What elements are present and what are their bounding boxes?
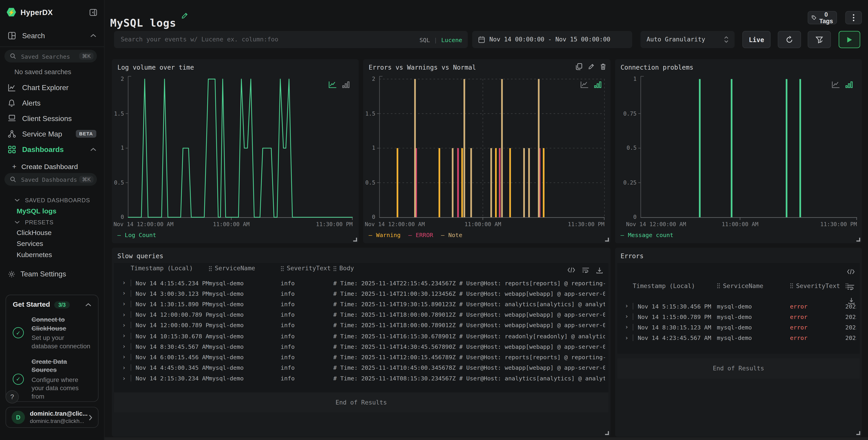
table-row[interactable]: ›Nov 14 4:15:45.234 PMmysql-demoinfo# Ti… — [117, 277, 605, 288]
download-icon[interactable] — [848, 297, 855, 304]
sidebar-item-search[interactable]: Search — [0, 28, 104, 43]
user-profile[interactable]: D dominic.tran@clic... dominic.tran@clic… — [5, 407, 98, 428]
create-dashboard-button[interactable]: + Create Dashboard — [12, 163, 78, 171]
table-row[interactable]: ›Nov 14 1:15:00.789 PMmysql-demoerror202… — [620, 311, 857, 322]
chevron-down-icon — [14, 221, 20, 224]
saved-searches-input[interactable] — [20, 52, 80, 60]
legend-item[interactable]: —ERROR — [408, 232, 433, 238]
table-row[interactable]: ›Nov 14 12:00:00.789 PMmysql-demoinfo# T… — [117, 320, 605, 331]
column-header[interactable]: ServiceName — [717, 282, 790, 290]
column-header[interactable]: SeverityText — [790, 282, 845, 290]
expand-row-icon[interactable]: › — [117, 364, 130, 371]
column-header[interactable]: SeverityText — [281, 265, 333, 272]
expand-row-icon[interactable]: › — [117, 290, 130, 297]
table-row[interactable]: ›Nov 14 3:00:30.123 PMmysql-demoinfo# Ti… — [117, 288, 605, 299]
saved-dashboards-input[interactable] — [20, 175, 80, 183]
resize-handle[interactable] — [857, 431, 860, 435]
sidebar-item-mysql-logs[interactable]: MySQL logs — [17, 207, 57, 215]
edit-title-icon[interactable] — [181, 12, 188, 19]
event-search[interactable]: SQL | Lucene — [114, 31, 468, 48]
help-button[interactable]: ? — [5, 390, 19, 403]
filter-button[interactable] — [808, 31, 831, 48]
more-options-button[interactable] — [845, 11, 862, 24]
expand-row-icon[interactable]: › — [117, 332, 130, 339]
code-icon[interactable] — [847, 269, 855, 275]
download-icon[interactable] — [596, 267, 603, 273]
column-header[interactable]: Timestamp (Local) — [633, 282, 717, 290]
expand-row-icon[interactable]: › — [620, 324, 632, 331]
horizontal-scrollbar[interactable] — [104, 437, 868, 440]
legend-item[interactable]: —Log Count — [117, 232, 156, 238]
saved-dashboards-search[interactable]: ⌘K — [4, 173, 97, 185]
run-query-button[interactable] — [839, 31, 860, 48]
granularity-select[interactable]: Auto Granularity — [641, 31, 735, 48]
expand-row-icon[interactable]: › — [117, 322, 130, 329]
column-header[interactable]: Timestamp (Local) — [131, 265, 209, 272]
sql-toggle[interactable]: SQL — [420, 36, 430, 43]
table-row[interactable]: ›Nov 14 4:45:00.345 AMmysql-demoinfo# Ti… — [117, 363, 605, 373]
column-drag-handle[interactable] — [281, 266, 284, 271]
column-drag-handle[interactable] — [209, 266, 212, 271]
column-drag-handle[interactable] — [717, 283, 720, 289]
sidebar-item-client-sessions[interactable]: Client Sessions — [0, 110, 104, 126]
column-drag-handle[interactable] — [790, 283, 793, 289]
legend-item[interactable]: —Warning — [369, 232, 401, 238]
sidebar-item-dashboards[interactable]: Dashboards — [0, 141, 104, 157]
sidebar-item-alerts[interactable]: Alerts — [0, 95, 104, 110]
expand-row-icon[interactable]: › — [117, 353, 130, 361]
saved-dashboards-section[interactable]: SAVED DASHBOARDS — [14, 197, 90, 203]
wrap-lines-icon[interactable] — [582, 267, 590, 273]
tags-button[interactable]: 0 Tags — [808, 11, 837, 24]
saved-searches-search[interactable]: ⌘K — [4, 50, 97, 63]
expand-row-icon[interactable]: › — [620, 334, 632, 341]
presets-section[interactable]: PRESETS — [14, 219, 54, 226]
lucene-toggle[interactable]: Lucene — [441, 36, 462, 43]
slow-queries-table: Timestamp (Local)ServiceNameSeverityText… — [114, 263, 609, 403]
table-row[interactable]: ›Nov 14 1:30:15.890 PMmysql-demoinfo# Ti… — [117, 299, 605, 309]
code-icon[interactable] — [567, 267, 575, 273]
get-started-item[interactable]: ✓Connect to ClickHouseSet up your databa… — [13, 315, 91, 350]
expand-row-icon[interactable]: › — [117, 300, 130, 308]
table-row[interactable]: ›Nov 14 4:23:45.567 AMmysql-demoerror202… — [620, 333, 857, 343]
table-row[interactable]: ›Nov 14 5:15:30.456 PMmysql-demoerror202… — [620, 301, 857, 311]
get-started-header[interactable]: Get Started 3/3 — [13, 301, 91, 308]
legend-item[interactable]: —Note — [441, 232, 462, 238]
resize-handle[interactable] — [605, 238, 609, 242]
cell-timestamp: Nov 14 12:00:00.789 PM — [131, 311, 209, 318]
sidebar-item-clickhouse[interactable]: ClickHouse — [17, 229, 52, 237]
table-row[interactable]: ›Nov 14 6:00:15.456 AMmysql-demoinfo# Ti… — [117, 352, 605, 363]
chevron-up-icon[interactable] — [90, 147, 96, 151]
table-row[interactable]: ›Nov 14 8:30:15.123 AMmysql-demoerror202… — [620, 322, 857, 333]
sidebar-item-services[interactable]: Services — [17, 240, 43, 247]
resize-handle[interactable] — [857, 238, 860, 242]
table-row[interactable]: ›Nov 14 10:15:30.678 AMmysql-demoinfo# T… — [117, 331, 605, 341]
expand-row-icon[interactable]: › — [117, 311, 130, 318]
chevron-up-icon[interactable] — [90, 33, 96, 37]
table-row[interactable]: ›Nov 14 12:00:00.789 PMmysql-demoinfo# T… — [117, 309, 605, 320]
legend-item[interactable]: —Message count — [620, 232, 673, 238]
live-button[interactable]: Live — [742, 31, 771, 48]
table-row[interactable]: ›Nov 14 2:15:30.234 AMmysql-demoinfo# Ti… — [117, 373, 605, 383]
resize-handle[interactable] — [353, 238, 357, 242]
expand-row-icon[interactable]: › — [620, 302, 632, 310]
sidebar-item-chart-explorer[interactable]: Chart Explorer — [0, 80, 104, 95]
get-started-item[interactable]: ✓Create Data SourcesConfigure where your… — [13, 358, 91, 401]
table-row[interactable]: ›Nov 14 8:30:45.567 AMmysql-demoinfo# Ti… — [117, 341, 605, 352]
expand-row-icon[interactable]: › — [117, 375, 130, 382]
sidebar-item-team-settings[interactable]: Team Settings — [8, 270, 66, 278]
sidebar-item-kubernetes[interactable]: Kubernetes — [17, 251, 52, 259]
chevron-up-icon[interactable] — [85, 303, 91, 306]
refresh-button[interactable] — [778, 31, 801, 48]
date-range-picker[interactable]: Nov 14 00:00:00 - Nov 15 00:00:00 — [472, 31, 632, 48]
expand-row-icon[interactable]: › — [117, 343, 130, 350]
column-header[interactable]: Body — [333, 265, 605, 272]
expand-row-icon[interactable]: › — [117, 279, 130, 286]
column-drag-handle[interactable] — [333, 266, 337, 271]
resize-handle[interactable] — [605, 431, 609, 435]
sidebar-collapse-icon[interactable] — [89, 8, 97, 16]
event-search-input[interactable] — [120, 35, 420, 43]
sidebar-item-service-map[interactable]: Service MapBETA — [0, 126, 104, 141]
column-header[interactable]: ServiceName — [209, 265, 281, 272]
wrap-lines-icon[interactable] — [847, 284, 855, 290]
expand-row-icon[interactable]: › — [620, 313, 632, 320]
